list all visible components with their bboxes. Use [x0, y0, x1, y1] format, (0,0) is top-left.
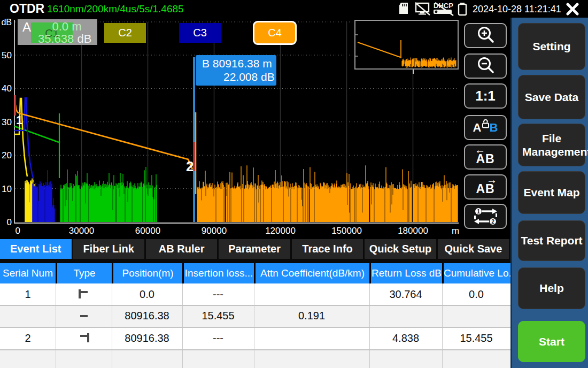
cell-attn_coeff [254, 349, 369, 368]
sidebar-menu: SettingSave DataFile ManagementEvent Map… [510, 18, 588, 368]
fiber-section-icon [79, 311, 89, 321]
sidebar-button-file-management[interactable]: File Management [518, 124, 585, 166]
scale-1to1-button[interactable]: 1:1 [464, 83, 507, 109]
sidebar-button-test-report[interactable]: Test Report [518, 220, 585, 261]
event-table-row[interactable] [0, 349, 510, 368]
tab-parameter[interactable]: Parameter [219, 239, 290, 259]
column-header[interactable]: Insertion loss... [184, 263, 254, 283]
marker-b-position: B 80916.38 m [202, 57, 272, 70]
move-a-left-button[interactable]: ←AB [464, 144, 507, 170]
svg-text:2: 2 [186, 158, 194, 174]
cell-serial [0, 349, 56, 368]
tab-event-list[interactable]: Event List [0, 239, 72, 259]
event-table-header: Serial NumTypePosition(m)Insertion loss.… [0, 263, 510, 283]
tab-ab-ruler[interactable]: AB Ruler [146, 239, 218, 259]
svg-text:40: 40 [2, 83, 12, 94]
channel-tab-c2[interactable]: C2 [104, 23, 146, 43]
svg-text:dB: dB [1, 18, 12, 27]
datetime: 2024-10-28 11:21:41 [473, 4, 561, 15]
table-grid-line [112, 283, 112, 368]
svg-text:20: 20 [2, 150, 12, 160]
swap-1-2-icon: 1 2 [465, 205, 506, 228]
svg-text:1: 1 [477, 209, 480, 214]
sidebar-button-help[interactable]: Help [518, 267, 585, 309]
otdr-app: { "topbar": { "app_title": "OTDR", "test… [0, 0, 588, 368]
cell-cumulative_loss [442, 305, 510, 327]
sidebar-button-setting[interactable]: Setting [518, 23, 585, 70]
app-title: OTDR [10, 2, 44, 16]
cell-position: 80916.38 [112, 327, 182, 349]
cell-insertion_loss [182, 349, 254, 368]
cell-position: 80916.38 [112, 305, 182, 327]
cell-return_loss [369, 305, 442, 327]
event-table-row[interactable]: 80916.3815.4550.191 [0, 305, 510, 327]
table-grid-line [442, 283, 443, 368]
channel-tab-c3[interactable]: C3 [179, 23, 221, 43]
svg-text:30000: 30000 [69, 226, 94, 236]
sidebar-button-event-map[interactable]: Event Map [518, 171, 585, 214]
cell-type [56, 305, 112, 327]
top-status-bar: OTDR 1610nm/200km/4us/5s/1.4685 DHCP 202… [0, 0, 588, 18]
zoom-out-button[interactable] [464, 53, 507, 79]
move-b-right-button[interactable]: →AB [464, 174, 507, 200]
fiber-end-icon [79, 333, 89, 343]
cell-position: 0.0 [112, 283, 182, 305]
cell-return_loss: 30.764 [369, 283, 442, 305]
cell-type [56, 283, 112, 305]
fiber-start-icon [79, 289, 89, 299]
svg-text:90000: 90000 [202, 226, 227, 236]
column-header[interactable]: Attn Coefficient(dB/km) [256, 263, 369, 283]
cell-cumulative_loss [442, 349, 510, 368]
bottom-tab-bar: Event ListFiber LinkAB RulerParameterTra… [0, 239, 510, 263]
svg-text:0: 0 [7, 217, 12, 227]
sidebar-button-save-data[interactable]: Save Data [518, 75, 585, 119]
swap-markers-button[interactable]: 1 2 [464, 204, 507, 229]
column-header[interactable]: Position(m) [113, 263, 182, 283]
zoom-out-icon [465, 55, 506, 78]
test-parameters: 1610nm/200km/4us/5s/1.4685 [47, 3, 184, 15]
svg-text:120000: 120000 [265, 226, 296, 236]
event-table-body: 10.0---30.7640.080916.3815.4550.19128091… [0, 283, 510, 368]
svg-text:0: 0 [16, 226, 20, 236]
event-table-row[interactable]: 280916.38---4.83815.455 [0, 327, 510, 349]
zoom-in-button[interactable] [464, 23, 507, 48]
marker-a-loss: 35.638 dB [38, 32, 91, 46]
cell-attn_coeff [254, 283, 369, 305]
marker-b-infobox: B 80916.38 m 22.008 dB [196, 55, 276, 86]
trace-chart[interactable]: dB50403020100030000600009000012000015000… [0, 18, 510, 239]
event-table-row[interactable]: 10.0---30.7640.0 [0, 283, 510, 305]
cell-serial: 1 [0, 283, 56, 305]
ab-lock-button[interactable]: AB [464, 115, 507, 140]
cell-return_loss [369, 349, 442, 368]
lock-open-icon [482, 118, 490, 128]
svg-text:2: 2 [491, 219, 494, 225]
cell-type [56, 349, 112, 368]
tab-trace-info[interactable]: Trace Info [292, 239, 363, 259]
tab-quick-setup[interactable]: Quick Setup [365, 239, 436, 259]
dhcp-off-icon: DHCP [432, 2, 455, 18]
svg-text:180000: 180000 [398, 226, 428, 236]
table-grid-line [0, 349, 510, 350]
column-header[interactable]: Cumulative Lo... [444, 263, 510, 283]
close-icon[interactable] [566, 3, 579, 18]
tab-fiber-link[interactable]: Fiber Link [73, 239, 144, 259]
battery-icon [458, 2, 467, 18]
tab-quick-save[interactable]: Quick Save [438, 239, 509, 259]
svg-text:1: 1 [16, 113, 22, 127]
sidebar-button-start[interactable]: Start [518, 321, 585, 362]
cell-insertion_loss: --- [182, 283, 254, 305]
column-header[interactable]: Serial Num [0, 263, 56, 283]
marker-b-loss: 22.008 dB [223, 71, 275, 83]
table-grid-line [56, 283, 56, 368]
cell-insertion_loss: 15.455 [182, 305, 254, 327]
cell-type [56, 327, 112, 349]
table-grid-line [0, 305, 510, 306]
cell-attn_coeff: 0.191 [254, 305, 369, 327]
channel-tab-c4[interactable]: C4 [253, 21, 297, 45]
column-header[interactable]: Type [57, 263, 112, 283]
table-grid-line [369, 283, 370, 368]
column-header[interactable]: Return Loss dB [371, 263, 442, 283]
cell-cumulative_loss: 15.455 [442, 327, 510, 349]
overview-minimap [354, 20, 459, 70]
svg-text:10: 10 [2, 184, 12, 194]
